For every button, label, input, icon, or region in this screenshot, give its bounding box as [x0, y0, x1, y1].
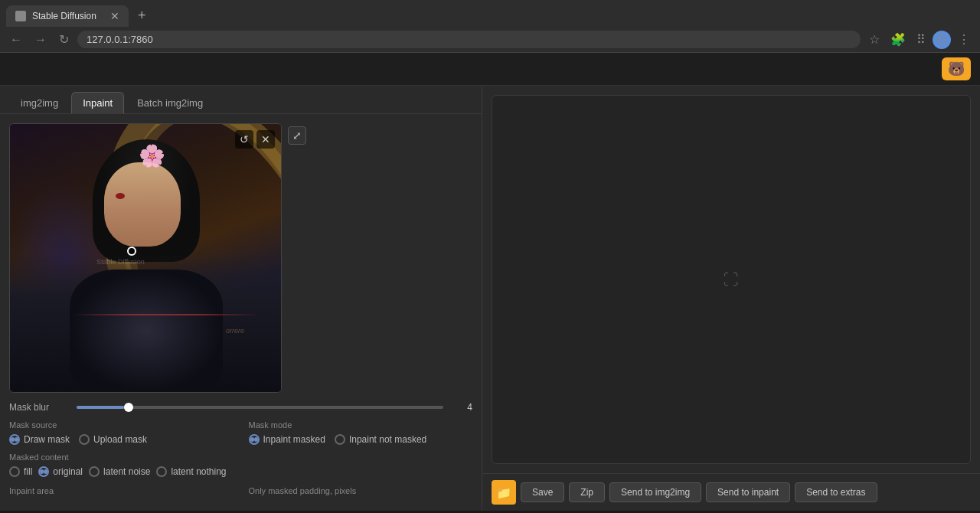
inpaint-canvas[interactable]: 🌸 Stable Diffusion — [9, 123, 282, 393]
inpaint-not-masked-radio[interactable]: Inpaint not masked — [335, 434, 426, 445]
grid-icon[interactable]: ⠿ — [913, 30, 929, 49]
zip-button[interactable]: Zip — [569, 482, 605, 502]
nav-forward-button[interactable]: → — [31, 31, 51, 48]
tab-close-icon[interactable]: ✕ — [110, 10, 119, 22]
latent-nothing-radio[interactable]: latent nothing — [156, 466, 226, 477]
right-panel: ⛶ 📁 Save Zip Send to img2img Send to inp… — [482, 86, 980, 511]
mask-blur-thumb[interactable] — [124, 403, 133, 412]
mask-mode-section: Mask mode Inpaint masked Inpaint not mas… — [249, 420, 473, 445]
address-bar: ← → ↻ ☆ 🧩 ⠿ G ⋮ — [0, 27, 980, 52]
masked-content-group: fill original latent noise latent n — [9, 466, 472, 477]
extensions-icon[interactable]: 🧩 — [887, 30, 910, 49]
original-radio-label: original — [53, 466, 83, 477]
folder-button[interactable]: 📁 — [492, 480, 516, 505]
left-panel: img2img Inpaint Batch img2img — [0, 86, 482, 511]
mask-source-section: Mask source Draw mask Upload mask — [9, 420, 234, 445]
inpaint-area-section: Inpaint area — [9, 485, 234, 496]
upload-mask-radio-label: Upload mask — [93, 434, 147, 445]
controls-section: Mask blur 4 Mask source — [0, 396, 482, 502]
canvas-reset-button[interactable]: ↺ — [235, 130, 253, 149]
draw-mask-radio-label: Draw mask — [24, 434, 70, 445]
output-canvas: ⛶ — [492, 95, 971, 464]
send-to-inpaint-button[interactable]: Send to inpaint — [706, 482, 790, 502]
fill-radio-dot — [9, 466, 20, 477]
masked-content-label: Masked content — [9, 453, 472, 462]
mask-mode-label: Mask mode — [249, 420, 473, 430]
latent-noise-radio-label: latent noise — [103, 466, 150, 477]
mask-blur-track[interactable] — [77, 406, 443, 409]
menu-icon[interactable]: ⋮ — [954, 30, 974, 49]
only-masked-padding-label: Only masked padding, pixels — [249, 486, 357, 495]
canvas-controls: ↺ ✕ — [235, 130, 275, 149]
inpaint-masked-radio-label: Inpaint masked — [263, 434, 325, 445]
top-bar: 🐻 — [0, 53, 980, 86]
tab-bar: Stable Diffusion ✕ + — [0, 0, 980, 27]
original-radio-dot — [38, 466, 49, 477]
latent-noise-radio[interactable]: latent noise — [89, 466, 150, 477]
output-placeholder-icon: ⛶ — [724, 271, 739, 289]
profile-icon[interactable]: G — [933, 31, 951, 49]
canvas-close-button[interactable]: ✕ — [256, 130, 275, 149]
fill-radio[interactable]: fill — [9, 466, 32, 477]
mask-blur-row: Mask blur 4 — [9, 402, 472, 413]
mask-mode-group: Inpaint masked Inpaint not masked — [249, 434, 473, 445]
browser-chrome: Stable Diffusion ✕ + ← → ↻ ☆ 🧩 ⠿ G ⋮ — [0, 0, 980, 53]
mask-options-row: Mask source Draw mask Upload mask — [9, 420, 472, 445]
new-tab-button[interactable]: + — [132, 5, 152, 27]
latent-noise-radio-dot — [89, 466, 100, 477]
inpaint-masked-radio-dot — [249, 434, 260, 445]
mask-blur-label: Mask blur — [9, 402, 70, 413]
action-buttons: 📁 Save Zip Send to img2img Send to inpai… — [482, 473, 980, 511]
only-masked-padding-section: Only masked padding, pixels — [249, 485, 473, 496]
inpaint-not-masked-radio-dot — [335, 434, 345, 445]
mask-source-label: Mask source — [9, 420, 234, 430]
mask-source-group: Draw mask Upload mask — [9, 434, 234, 445]
canvas-resize-button[interactable]: ⤢ — [288, 126, 306, 145]
tab-batch-img2img[interactable]: Batch img2img — [126, 92, 214, 113]
inpaint-masked-radio[interactable]: Inpaint masked — [249, 434, 325, 445]
favicon-icon — [15, 11, 26, 21]
browser-actions: ☆ 🧩 ⠿ G ⋮ — [865, 30, 974, 49]
bookmark-icon[interactable]: ☆ — [865, 30, 884, 49]
mask-blur-fill — [77, 406, 124, 409]
latent-nothing-radio-label: latent nothing — [171, 466, 226, 477]
inpaint-area-label: Inpaint area — [9, 486, 54, 495]
draw-mask-radio-dot — [9, 434, 20, 445]
fill-radio-label: fill — [24, 466, 32, 477]
tabs-row: img2img Inpaint Batch img2img — [0, 86, 482, 114]
mask-blur-value: 4 — [449, 402, 472, 413]
draw-mask-radio[interactable]: Draw mask — [9, 434, 70, 445]
inpaint-area-row: Inpaint area Only masked padding, pixels — [9, 485, 472, 496]
inpaint-not-masked-radio-label: Inpaint not masked — [349, 434, 426, 445]
save-button[interactable]: Save — [521, 482, 564, 502]
nav-refresh-button[interactable]: ↻ — [55, 31, 73, 48]
masked-content-section: Masked content fill original latent n — [9, 453, 472, 477]
tab-img2img[interactable]: img2img — [9, 92, 70, 113]
send-to-extras-button[interactable]: Send to extras — [795, 482, 877, 502]
upload-mask-radio[interactable]: Upload mask — [79, 434, 147, 445]
browser-tab[interactable]: Stable Diffusion ✕ — [6, 5, 129, 27]
tab-title: Stable Diffusion — [32, 11, 96, 21]
send-to-img2img-button[interactable]: Send to img2img — [609, 482, 701, 502]
original-radio[interactable]: original — [38, 466, 83, 477]
tab-inpaint[interactable]: Inpaint — [71, 92, 124, 113]
emoji-button[interactable]: 🐻 — [942, 57, 971, 80]
main-area: img2img Inpaint Batch img2img — [0, 86, 980, 511]
upload-mask-radio-dot — [79, 434, 90, 445]
url-input[interactable] — [77, 31, 861, 48]
latent-nothing-radio-dot — [156, 466, 167, 477]
nav-back-button[interactable]: ← — [6, 31, 26, 48]
page-content: 🐻 img2img Inpaint Batch img2img — [0, 53, 980, 511]
